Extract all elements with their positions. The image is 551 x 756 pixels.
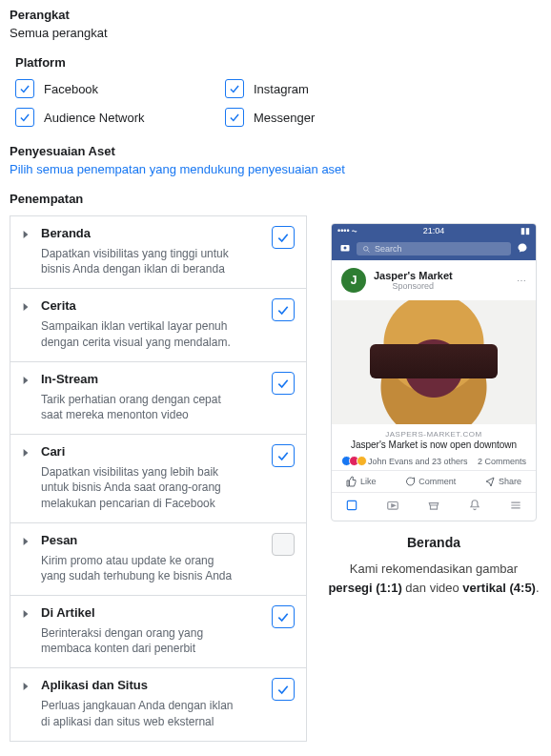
platform-label: Audience Network [44, 111, 145, 125]
expand-caret-icon[interactable] [22, 605, 31, 656]
post-actions: Like Comment Share [332, 471, 536, 493]
platform-title: Platform [15, 55, 541, 70]
messenger-icon [517, 242, 528, 255]
placement-checkbox[interactable] [272, 533, 295, 556]
placement-title: Beranda [41, 226, 262, 240]
platform-option[interactable]: Facebook [15, 79, 225, 98]
placement-row[interactable]: PesanKirim promo atau update ke orang ya… [10, 523, 306, 596]
placement-title: Pesan [41, 533, 262, 547]
asset-section: Penyesuaian Aset Pilih semua penempatan … [10, 144, 541, 176]
preview-column: •••• ⏦ 21:04 ▮▮ Search J Jasper' [326, 215, 541, 597]
expand-caret-icon[interactable] [22, 678, 31, 728]
watch-tab-icon [386, 499, 399, 515]
placement-desc: Kirim promo atau update ke orang yang su… [41, 553, 241, 583]
placement-desc: Sampaikan iklan vertikal layar penuh den… [41, 318, 241, 349]
share-action: Share [484, 476, 521, 487]
placements-title: Penempatan [10, 192, 541, 206]
marketplace-tab-icon [427, 499, 440, 515]
notifications-tab-icon [468, 499, 481, 515]
placement-title: In-Stream [41, 372, 262, 386]
wow-reaction-icon [357, 456, 367, 466]
placement-title: Cerita [41, 298, 262, 313]
device-value: Semua perangkat [10, 26, 541, 40]
svg-line-10 [368, 250, 370, 252]
placement-title: Di Artikel [41, 605, 262, 620]
platform-section: Platform FacebookInstagramAudience Netwo… [15, 55, 541, 127]
preview-recommendation: Kami rekomendasikan gambar persegi (1:1)… [326, 560, 541, 597]
menu-tab-icon [509, 499, 522, 515]
placement-row[interactable]: Aplikasi dan SitusPerluas jangkauan Anda… [10, 668, 306, 740]
checkbox[interactable] [225, 79, 244, 98]
svg-marker-3 [24, 449, 29, 457]
post-caption: JASPERS-MARKET.COM Jasper's Market is no… [332, 424, 536, 452]
placement-row[interactable]: Di ArtikelBerinteraksi dengan orang yang… [10, 596, 306, 668]
camera-icon [339, 242, 351, 255]
placement-desc: Tarik perhatian orang dengan cepat saat … [41, 392, 241, 422]
placement-checkbox[interactable] [272, 298, 295, 321]
placement-checkbox[interactable] [272, 605, 295, 628]
feed-tab-icon [345, 499, 358, 515]
phone-preview: •••• ⏦ 21:04 ▮▮ Search J Jasper' [331, 223, 537, 521]
post-menu-icon: ⋯ [517, 276, 526, 286]
expand-caret-icon[interactable] [22, 298, 31, 349]
platform-label: Facebook [44, 82, 98, 96]
placement-title: Cari [41, 444, 262, 459]
search-bar: Search [357, 242, 511, 255]
checkbox[interactable] [15, 79, 34, 98]
placement-row[interactable]: BerandaDapatkan visibilitas yang tinggi … [10, 216, 306, 289]
expand-caret-icon[interactable] [22, 226, 31, 276]
comment-action: Comment [404, 476, 456, 487]
platform-label: Messenger [254, 111, 315, 125]
svg-marker-0 [24, 231, 29, 238]
svg-marker-4 [24, 538, 29, 545]
svg-point-8 [344, 247, 347, 250]
platform-option[interactable]: Audience Network [15, 108, 225, 127]
expand-caret-icon[interactable] [22, 372, 31, 422]
expand-caret-icon[interactable] [22, 533, 31, 583]
post-image [332, 300, 536, 424]
sponsored-label: Sponsored [374, 281, 453, 291]
placement-row[interactable]: CariDapatkan visibilitas yang lebih baik… [10, 435, 306, 523]
placement-desc: Berinteraksi dengan orang yang membaca k… [41, 625, 241, 656]
placements-list: BerandaDapatkan visibilitas yang tinggi … [10, 215, 307, 742]
platform-label: Instagram [254, 82, 309, 96]
device-title: Perangkat [10, 8, 541, 22]
placement-row[interactable]: In-StreamTarik perhatian orang dengan ce… [10, 362, 306, 435]
post-reactions: John Evans and 23 others 2 Comments [332, 452, 536, 471]
placement-row[interactable]: CeritaSampaikan iklan vertikal layar pen… [10, 289, 306, 361]
platform-option[interactable]: Messenger [225, 108, 435, 127]
platform-option[interactable]: Instagram [225, 79, 435, 98]
expand-caret-icon[interactable] [22, 444, 31, 511]
placement-checkbox[interactable] [272, 444, 295, 467]
svg-marker-1 [24, 303, 29, 311]
svg-rect-11 [348, 501, 357, 509]
svg-point-9 [364, 246, 369, 251]
placement-desc: Perluas jangkauan Anda dengan iklan di a… [41, 698, 241, 728]
phone-tabbar [332, 493, 536, 521]
page-avatar: J [341, 268, 366, 293]
device-section: Perangkat Semua perangkat [10, 8, 541, 40]
preview-title: Beranda [326, 535, 541, 550]
placement-checkbox[interactable] [272, 226, 295, 249]
svg-marker-13 [392, 504, 396, 507]
checkbox[interactable] [225, 108, 244, 127]
placement-desc: Dapatkan visibilitas yang lebih baik unt… [41, 464, 241, 511]
phone-topbar: Search [332, 237, 536, 260]
svg-marker-2 [24, 377, 29, 384]
page-name: Jasper's Market [374, 270, 453, 281]
phone-statusbar: •••• ⏦ 21:04 ▮▮ [332, 224, 536, 237]
asset-title: Penyesuaian Aset [10, 144, 541, 158]
placement-desc: Dapatkan visibilitas yang tinggi untuk b… [41, 246, 241, 276]
checkbox[interactable] [15, 108, 34, 127]
asset-link[interactable]: Pilih semua penempatan yang mendukung pe… [10, 162, 345, 176]
svg-marker-6 [24, 683, 29, 690]
placement-checkbox[interactable] [272, 372, 295, 395]
post-header: J Jasper's Market Sponsored ⋯ [332, 260, 536, 300]
placement-title: Aplikasi dan Situs [41, 678, 262, 692]
svg-marker-5 [24, 610, 29, 618]
placement-checkbox[interactable] [272, 678, 295, 701]
like-action: Like [346, 476, 377, 487]
